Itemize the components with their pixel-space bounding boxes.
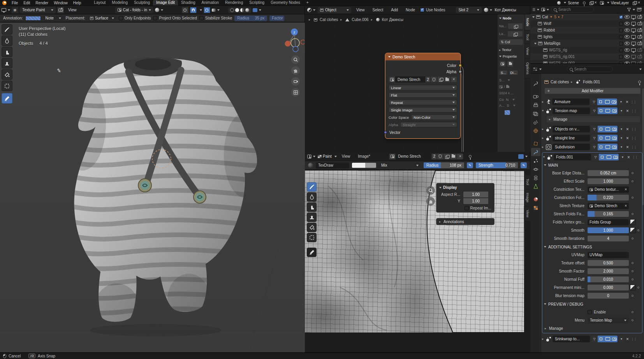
animate-dot[interactable] xyxy=(632,180,633,182)
hide-icon[interactable] xyxy=(625,15,630,19)
modifier-subdivision[interactable]: ▸ Subdivision ▽ ▾ × ⋮⋮ xyxy=(542,143,642,151)
invert-vertex-group-icon[interactable] xyxy=(630,219,636,225)
ortho-grid-gadget-icon[interactable] xyxy=(291,88,300,97)
stabilize-stroke-checkbox[interactable]: Stabilize Stroke xyxy=(199,16,232,20)
node-panel-header[interactable]: Node xyxy=(499,16,523,20)
value-field[interactable]: 1.000 xyxy=(588,178,629,184)
workspace-animation[interactable]: Animation xyxy=(199,0,222,5)
delete-modifier-icon[interactable]: × xyxy=(625,127,630,132)
tool-soften[interactable] xyxy=(2,35,12,46)
filter-icon[interactable] xyxy=(627,8,635,12)
ptab-view-layer[interactable] xyxy=(531,109,540,118)
ptab-texture[interactable] xyxy=(531,204,540,212)
color-button[interactable]: ⇅Col xyxy=(499,39,523,45)
tool-soften[interactable] xyxy=(307,192,317,202)
viewport-toggle[interactable] xyxy=(604,135,611,141)
modifier-name[interactable]: Objects on v... xyxy=(553,126,590,132)
strength-pressure-icon[interactable]: ✎ xyxy=(521,162,527,168)
properties-search[interactable]: Search xyxy=(567,66,613,72)
image-texture-node[interactable]: Demo Strech Color Alpha Demo Strech 2 × … xyxy=(385,53,460,138)
use-nodes-checkbox[interactable]: Use Nodes xyxy=(420,8,445,12)
properties-panel-header[interactable]: Propertie xyxy=(499,55,523,58)
users-count[interactable]: 2 xyxy=(431,153,437,160)
only-endpoints-checkbox[interactable]: Only Endpoints xyxy=(119,16,151,20)
add-workspace-button[interactable]: + xyxy=(303,0,312,5)
modifier-extras-menu[interactable]: ▾ xyxy=(619,144,624,150)
invert-icon[interactable] xyxy=(630,285,636,290)
outliner-row-rabbit[interactable]: Rabbit xyxy=(530,27,644,33)
editmode-toggle[interactable] xyxy=(598,144,604,150)
viewport-toggle[interactable] xyxy=(604,144,611,150)
outliner-row-lights[interactable]: lights xyxy=(530,33,644,40)
radius-slider[interactable]: Radius108 px xyxy=(424,162,464,168)
menu-select[interactable]: Tension Map xyxy=(588,317,629,324)
image-browse-button[interactable] xyxy=(484,8,492,12)
exclude-checkbox[interactable] xyxy=(619,15,623,19)
zoom-gadget-icon[interactable] xyxy=(426,186,435,195)
radius-field[interactable]: Radius35 px xyxy=(234,16,267,21)
modifier-extras-menu[interactable]: ▾ xyxy=(619,336,624,342)
outliner-row-wolf[interactable]: Wolf xyxy=(530,20,644,27)
image-image-menu[interactable]: Image* xyxy=(355,154,373,158)
render-disable-icon[interactable] xyxy=(637,16,642,19)
tab-image[interactable]: Image xyxy=(524,189,530,206)
drag-handle[interactable]: ⋮⋮ xyxy=(630,100,636,104)
editmode-toggle[interactable] xyxy=(599,154,605,160)
modifier-shrinkwrap[interactable]: ▸ Srinkwrap to... ▽ ▾ × ⋮⋮ xyxy=(542,335,642,343)
menu-file[interactable]: File xyxy=(9,1,21,5)
outliner-row-wgts-rig-002[interactable]: WGTS_rig.002 xyxy=(530,60,644,64)
move-gadget-icon[interactable] xyxy=(426,197,435,206)
tab-options[interactable]: Options xyxy=(524,59,530,78)
node-node-menu[interactable]: Node xyxy=(403,8,418,12)
modifier-name[interactable]: Armature xyxy=(552,99,589,105)
workspace-rendering[interactable]: Rendering xyxy=(222,0,246,5)
editmode-toggle[interactable] xyxy=(598,336,604,342)
collapse-icon[interactable]: ▸ xyxy=(542,156,546,158)
modifier-name[interactable]: Tension map xyxy=(553,107,590,114)
animate-dot[interactable] xyxy=(632,311,633,313)
menu-window[interactable]: Window xyxy=(51,1,70,5)
ptab-constraints[interactable] xyxy=(531,174,540,182)
image-name-field[interactable]: Demo Strech xyxy=(396,153,431,160)
properties-scrollbar[interactable] xyxy=(642,88,644,205)
invert-icon[interactable] xyxy=(630,227,636,233)
breadcrumb-modifier[interactable]: Folds.001 xyxy=(583,80,600,84)
enable-checkbox[interactable] xyxy=(588,310,592,314)
color-socket[interactable] xyxy=(459,64,462,67)
editor-type-button[interactable] xyxy=(533,67,542,71)
viewport-toggle[interactable] xyxy=(604,107,611,114)
grid-toggle-icon[interactable]: ▦ xyxy=(12,7,18,13)
tool-fill[interactable] xyxy=(2,69,12,80)
image-canvas[interactable]: Display Aspect R...1.00 Y1.00 Repeat Im.… xyxy=(305,170,530,352)
value-field[interactable]: 0.500 xyxy=(588,260,629,266)
node-image-name[interactable]: Кот Джинсы xyxy=(494,8,516,12)
viewport-toggle[interactable] xyxy=(604,336,611,342)
tool-annotate[interactable] xyxy=(307,248,317,257)
expand-icon[interactable]: ▸ xyxy=(542,136,544,140)
view-camera-icon[interactable] xyxy=(57,7,64,13)
outliner-scrollbar[interactable] xyxy=(642,21,644,49)
outliner-row-metarigs[interactable]: MetaRigs xyxy=(530,40,644,47)
annotations-panel[interactable]: ▸Annotations xyxy=(436,218,494,225)
brush-name-field[interactable]: TexDraw xyxy=(316,162,349,169)
view-menu[interactable]: View xyxy=(65,8,79,12)
render-pass-icon[interactable] xyxy=(253,8,261,12)
tab-view[interactable]: View xyxy=(524,206,530,221)
editor-type-button[interactable] xyxy=(307,155,315,158)
render-toggle[interactable] xyxy=(611,144,618,150)
value-field[interactable]: 0 xyxy=(588,293,629,299)
duplicate-icon[interactable] xyxy=(437,76,444,83)
ptab-object-data[interactable] xyxy=(531,182,540,190)
color-space-select[interactable]: Non-Color xyxy=(411,114,457,120)
blender-logo-icon[interactable] xyxy=(2,1,7,5)
expand-icon[interactable]: ▸ xyxy=(542,145,544,149)
animate-dot[interactable] xyxy=(632,319,633,321)
animate-dot[interactable] xyxy=(632,213,633,215)
extension-select[interactable]: Repeat xyxy=(389,100,457,105)
render-toggle[interactable] xyxy=(611,107,618,114)
render-toggle[interactable] xyxy=(611,99,617,105)
fake-user-icon[interactable] xyxy=(431,76,437,83)
drag-handle[interactable]: ⋮⋮ xyxy=(631,136,636,140)
snap-magnet-icon[interactable] xyxy=(190,7,197,13)
outliner-row-cat[interactable]: Cat ▼5 ♦7 xyxy=(530,14,644,20)
